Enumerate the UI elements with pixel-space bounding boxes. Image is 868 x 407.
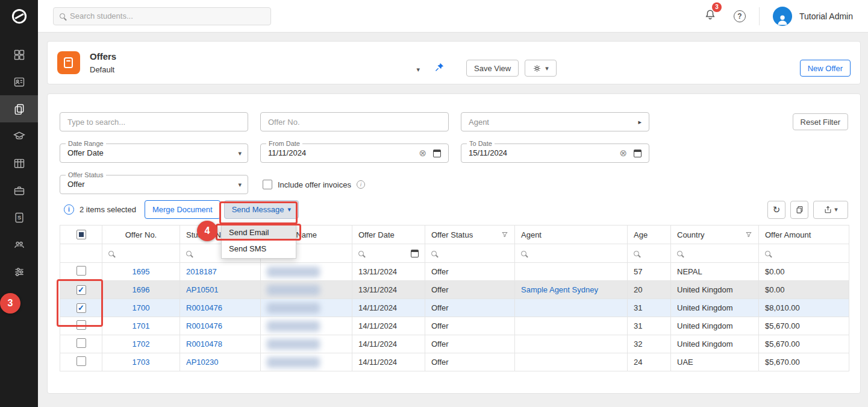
row-checkbox[interactable]: [76, 285, 86, 295]
student-no-link[interactable]: R0010476: [186, 303, 222, 312]
student-no-link[interactable]: 2018187: [186, 267, 217, 276]
agent-cell: [515, 335, 628, 353]
students-icon: [13, 76, 25, 88]
search-input[interactable]: [70, 11, 264, 21]
search-icon[interactable]: [521, 251, 526, 256]
include-invoices-checkbox[interactable]: [263, 180, 272, 189]
column-filter-age[interactable]: [628, 244, 671, 263]
sidebar-item-invoices[interactable]: S: [0, 204, 38, 231]
include-invoices-option[interactable]: Include offer invoices: [263, 180, 365, 189]
type-to-search-input[interactable]: [60, 112, 248, 131]
row-checkbox[interactable]: [76, 338, 86, 348]
search-icon[interactable]: [634, 251, 639, 256]
student-search[interactable]: [53, 7, 271, 25]
column-header-select[interactable]: [60, 226, 102, 244]
notifications-button[interactable]: 3: [701, 6, 719, 27]
select-all-checkbox[interactable]: [76, 230, 86, 239]
export-button[interactable]: ▾: [813, 201, 848, 219]
column-filter-offer-date[interactable]: [352, 244, 425, 263]
sidebar-item-agents[interactable]: [0, 231, 38, 258]
search-icon[interactable]: [765, 251, 770, 256]
calendar-icon[interactable]: [634, 150, 642, 157]
search-icon[interactable]: [186, 251, 192, 256]
sidebar-item-offers[interactable]: [0, 95, 38, 122]
student-name-redacted: [267, 357, 320, 368]
sidebar-item-students[interactable]: [0, 68, 38, 95]
export-icon: [823, 205, 832, 214]
send-message-button[interactable]: Send Message ▾: [224, 200, 299, 219]
search-icon[interactable]: [358, 251, 364, 256]
offer-no-link[interactable]: 1702: [133, 339, 150, 349]
offer-no-link[interactable]: 1703: [133, 358, 150, 367]
sidebar-item-services[interactable]: [0, 177, 38, 204]
help-button[interactable]: ?: [734, 10, 746, 22]
sidebar-item-tables[interactable]: [0, 150, 38, 177]
column-filter-select: [60, 244, 102, 263]
clear-icon[interactable]: ⊗: [419, 148, 426, 157]
view-select-value: Default: [90, 65, 114, 74]
student-no-link[interactable]: R0010478: [186, 339, 222, 349]
student-no-link[interactable]: AP10501: [186, 285, 219, 294]
column-filter-offer-status[interactable]: [425, 244, 515, 263]
agent-select[interactable]: Agent ▸: [461, 112, 649, 131]
student-name-redacted: [267, 303, 320, 314]
sidebar-item-courses[interactable]: [0, 122, 38, 150]
copy-grid-button[interactable]: [790, 201, 808, 219]
table-row[interactable]: 1696AP1050113/11/2024OfferSample Agent S…: [60, 281, 849, 299]
table-row[interactable]: 1702R001047814/11/2024Offer32United King…: [60, 335, 849, 353]
table-row[interactable]: 1703AP1023014/11/2024Offer24UAE$5,670.00: [60, 353, 849, 371]
menu-item-send-email[interactable]: Send Email: [222, 224, 296, 241]
date-range-select[interactable]: Date Range Offer Date ▾: [60, 144, 248, 163]
agent-link[interactable]: Sample Agent Sydney: [521, 285, 598, 294]
table-row[interactable]: 1700R001047614/11/2024Offer31United King…: [60, 299, 849, 317]
save-view-button[interactable]: Save View: [466, 60, 519, 77]
column-header-age: Age: [628, 226, 671, 244]
sidebar-item-sliders[interactable]: [0, 258, 38, 285]
column-filter-country[interactable]: [671, 244, 759, 263]
to-date-field[interactable]: To Date 15/11/2024 ⊗: [461, 144, 649, 163]
row-checkbox[interactable]: [76, 303, 86, 313]
refresh-button[interactable]: ↻: [767, 201, 785, 219]
row-checkbox[interactable]: [76, 266, 86, 276]
row-checkbox[interactable]: [76, 320, 86, 330]
offer-no-input[interactable]: [260, 112, 449, 131]
column-filter-agent[interactable]: [515, 244, 628, 263]
calendar-icon[interactable]: [433, 150, 441, 157]
filter-funnel-icon[interactable]: [745, 231, 752, 238]
sidebar-item-dashboard[interactable]: [0, 41, 38, 68]
merge-document-button[interactable]: Merge Document: [145, 200, 220, 219]
offer-date-cell: 14/11/2024: [352, 335, 425, 353]
calendar-icon[interactable]: [411, 250, 419, 257]
services-icon: [13, 185, 25, 197]
row-checkbox[interactable]: [76, 356, 86, 366]
filter-funnel-icon[interactable]: [501, 231, 508, 238]
agent-select-placeholder: Agent: [469, 118, 489, 127]
clear-icon[interactable]: ⊗: [619, 148, 627, 157]
reset-filter-button[interactable]: Reset Filter: [793, 113, 848, 130]
offer-no-link[interactable]: 1696: [133, 285, 150, 294]
user-menu[interactable]: Tutorial Admin: [773, 7, 853, 26]
view-select[interactable]: Default ▾: [90, 65, 420, 74]
new-offer-button[interactable]: New Offer: [800, 60, 851, 77]
agent-cell: Sample Agent Sydney: [515, 281, 628, 299]
app-logo[interactable]: [0, 0, 38, 33]
offer-no-link[interactable]: 1701: [133, 321, 150, 330]
offer-no-link[interactable]: 1695: [133, 267, 150, 276]
search-icon[interactable]: [431, 251, 437, 256]
pin-button[interactable]: [434, 62, 445, 75]
menu-item-send-sms[interactable]: Send SMS: [222, 241, 296, 257]
column-filter-offer-amount[interactable]: [759, 244, 849, 263]
student-no-link[interactable]: AP10230: [186, 358, 219, 367]
view-settings-button[interactable]: ▾: [525, 60, 557, 77]
table-row[interactable]: 1701R001047614/11/2024Offer31United King…: [60, 317, 849, 335]
offer-status-select[interactable]: Offer Status Offer ▾: [60, 175, 248, 194]
column-header-country: Country: [671, 226, 759, 244]
student-no-link[interactable]: R0010476: [186, 321, 222, 330]
topbar-divider: [759, 7, 760, 25]
offer-no-link[interactable]: 1700: [133, 303, 150, 312]
column-filter-offer-no[interactable]: [102, 244, 180, 263]
search-icon[interactable]: [108, 251, 114, 256]
from-date-field[interactable]: From Date 11/11/2024 ⊗: [260, 144, 449, 163]
table-row[interactable]: 1695201818713/11/2024Offer57NEPAL$0.00: [60, 263, 849, 281]
search-icon[interactable]: [677, 251, 682, 256]
